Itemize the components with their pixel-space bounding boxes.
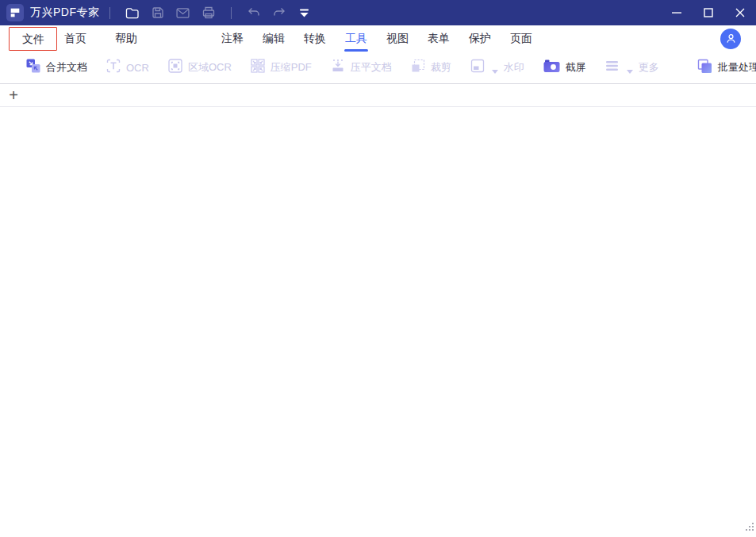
user-avatar-icon[interactable]: [720, 29, 741, 49]
screenshot-icon: [543, 59, 560, 76]
screenshot-button[interactable]: 截屏: [543, 59, 586, 76]
ocr-button[interactable]: OCR: [106, 59, 149, 76]
window-controls: [661, 0, 756, 25]
tool-label: 批量处理: [718, 60, 756, 75]
watermark-icon: [470, 59, 485, 76]
compress-pdf-icon: [251, 59, 265, 76]
dropdown-caret-icon: [627, 70, 633, 74]
more-button[interactable]: 更多: [605, 59, 659, 75]
menu-item-protect[interactable]: 保护: [469, 26, 491, 51]
menu-item-tools[interactable]: 工具: [345, 26, 367, 51]
undo-icon[interactable]: [241, 2, 267, 23]
menu-item-home[interactable]: 首页: [64, 26, 86, 51]
redo-icon[interactable]: [267, 2, 292, 23]
tool-label: 更多: [639, 60, 659, 75]
tool-label: 合并文档: [46, 60, 87, 75]
maximize-button[interactable]: [693, 0, 724, 25]
flatten-document-icon: [331, 59, 345, 76]
batch-process-icon: [697, 59, 712, 77]
area-ocr-button[interactable]: 区域OCR: [168, 59, 232, 76]
email-icon[interactable]: [171, 2, 196, 23]
minimize-button[interactable]: [661, 0, 693, 25]
new-tab-button[interactable]: +: [5, 86, 22, 104]
crop-icon: [411, 59, 425, 76]
close-button[interactable]: [724, 0, 756, 25]
tool-label: OCR: [126, 62, 149, 74]
menu-nav: 注释 编辑 转换 工具 视图 表单 保护 页面: [221, 26, 532, 51]
menu-item-comment[interactable]: 注释: [221, 26, 244, 51]
tool-label: 压平文档: [351, 60, 392, 75]
menu-item-help[interactable]: 帮助: [115, 26, 137, 51]
tool-label: 压缩PDF: [271, 60, 312, 75]
titlebar-separator: [109, 7, 110, 19]
tool-label: 裁剪: [431, 60, 451, 75]
menubar: 文件 首页 帮助 注释 编辑 转换 工具 视图 表单 保护 页面: [0, 25, 756, 52]
watermark-button[interactable]: 水印: [470, 59, 524, 76]
app-logo-icon: [6, 4, 24, 21]
document-tabstrip: +: [0, 84, 756, 107]
app-title: 万兴PDF专家: [30, 6, 100, 20]
menu-item-convert[interactable]: 转换: [304, 26, 326, 51]
menu-item-view[interactable]: 视图: [386, 26, 409, 51]
menu-item-page[interactable]: 页面: [510, 26, 532, 51]
tool-label: 截屏: [566, 60, 586, 75]
dropdown-caret-icon: [492, 70, 498, 74]
area-ocr-icon: [168, 59, 182, 76]
more-icon: [605, 59, 620, 75]
tool-label: 水印: [504, 60, 524, 75]
crop-button[interactable]: 裁剪: [411, 59, 451, 76]
compress-pdf-button[interactable]: 压缩PDF: [251, 59, 312, 76]
menu-item-edit[interactable]: 编辑: [263, 26, 285, 51]
titlebar-separator: [231, 7, 232, 19]
resize-grip[interactable]: [746, 520, 754, 534]
merge-documents-icon: [26, 59, 40, 76]
tools-toolbar: 合并文档 OCR 区域OCR: [0, 52, 756, 84]
titlebar: 万兴PDF专家: [0, 0, 756, 25]
flatten-document-button[interactable]: 压平文档: [331, 59, 392, 76]
menu-item-form[interactable]: 表单: [428, 26, 450, 51]
collapse-toolbar-icon[interactable]: [292, 2, 317, 23]
save-icon[interactable]: [145, 2, 171, 23]
merge-documents-button[interactable]: 合并文档: [26, 59, 87, 76]
tool-label: 区域OCR: [188, 60, 232, 75]
batch-process-button[interactable]: 批量处理: [697, 59, 756, 77]
ocr-icon: [106, 59, 121, 76]
document-content-area: [0, 107, 756, 536]
menu-item-file[interactable]: 文件: [9, 27, 57, 51]
print-icon[interactable]: [196, 2, 221, 23]
open-folder-icon[interactable]: [120, 2, 145, 23]
